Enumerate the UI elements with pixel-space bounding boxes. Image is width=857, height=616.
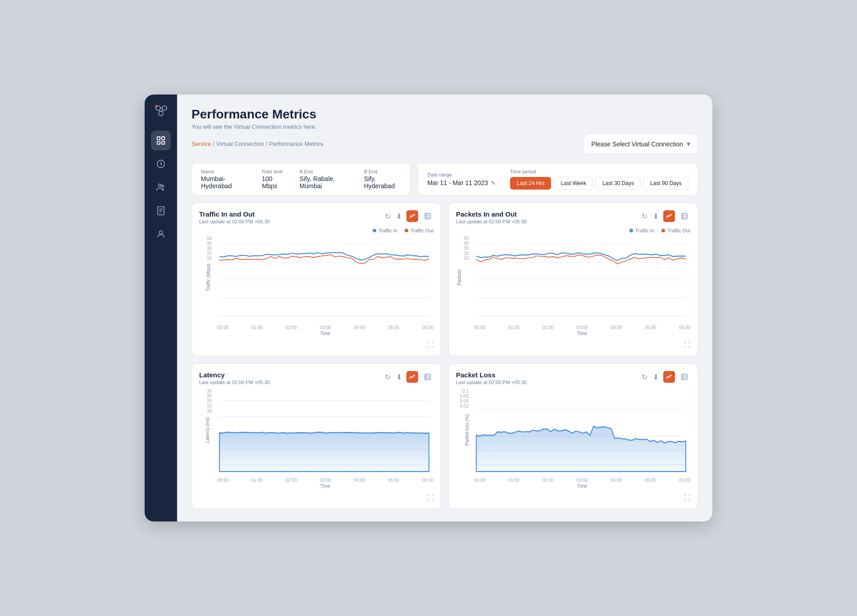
chart-card-packets: Packets In and Out Last update at 02:00 …: [448, 203, 698, 356]
svg-point-6: [155, 105, 158, 108]
svg-rect-9: [157, 141, 160, 144]
svg-rect-46: [682, 374, 687, 380]
download-btn-traffic[interactable]: ⬇: [395, 211, 403, 222]
line-chart-btn-traffic[interactable]: [406, 210, 418, 222]
y-axis-label-latency: Latency (ms): [205, 417, 210, 443]
expand-icon-packets[interactable]: ⛶: [684, 341, 690, 349]
table-btn-packets[interactable]: [679, 210, 690, 222]
chart-wrapper-traffic: Traffic (Mbps) 5040302010 00:0001:0002:0…: [199, 236, 433, 340]
chart-legend-traffic: Traffic In Traffic Out: [199, 228, 433, 233]
svg-point-12: [159, 184, 161, 187]
svg-rect-7: [157, 137, 160, 140]
breadcrumb-virtual-connection: Virtual Connection: [216, 140, 264, 147]
chart-wrapper-latency: Latency (ms) 3025201510 00:0001:0002:000…: [199, 389, 433, 492]
x-axis-packets: 00:0001:0002:0003:0004:0005:0006:00: [474, 323, 690, 330]
sidebar-item-dashboard[interactable]: [151, 131, 171, 150]
line-chart-btn-packet_loss[interactable]: [663, 371, 675, 383]
refresh-btn-packet_loss[interactable]: ↻: [641, 372, 648, 382]
chart-actions-packet_loss: ↻ ⬇: [641, 371, 690, 383]
breadcrumb-sep2: /: [266, 140, 268, 147]
line-chart-btn-packets[interactable]: [663, 210, 675, 222]
virtual-connection-selector[interactable]: Please Select Virtual Connection ▾: [583, 134, 698, 154]
chart-subtitle-latency: Last update at 02:00 PM +05:30: [199, 380, 270, 385]
conn-field-name: Name Mumbai-Hyderabad: [201, 169, 247, 190]
svg-point-18: [159, 231, 162, 234]
chart-wrapper-packets: Packets 5040302010 00:0001:0002:0003:000…: [456, 236, 690, 340]
time-btn-1[interactable]: Last Week: [554, 177, 593, 190]
svg-rect-19: [425, 213, 430, 219]
page-title: Performance Metrics: [191, 107, 698, 122]
conn-field-b-end: B End Sify, Hyderabad: [364, 169, 401, 190]
time-btn-0[interactable]: Last 24 Hrs: [510, 177, 551, 190]
sidebar-item-users[interactable]: [151, 177, 171, 197]
sidebar-item-reports[interactable]: [151, 201, 171, 221]
svg-line-5: [162, 110, 164, 112]
svg-rect-37: [425, 374, 430, 380]
date-range-label: Date range: [427, 172, 496, 177]
expand-icon-packet_loss[interactable]: ⛶: [684, 494, 690, 501]
sidebar-item-history[interactable]: [151, 154, 171, 174]
refresh-btn-packets[interactable]: ↻: [641, 211, 648, 222]
date-range-value: Mar 11 - Mar 11 2023 ✎: [427, 179, 496, 186]
chart-actions-latency: ↻ ⬇: [384, 371, 433, 383]
time-btn-2[interactable]: Last 30 Days: [596, 177, 641, 190]
legend-label: Traffic Out: [410, 228, 433, 233]
svg-point-1: [162, 106, 167, 110]
x-axis-label-latency: Time: [217, 484, 433, 489]
chart-card-traffic: Traffic In and Out Last update at 02:00 …: [191, 203, 441, 356]
sidebar-item-profile[interactable]: [151, 224, 171, 244]
sidebar-navigation: [145, 131, 177, 244]
refresh-btn-latency[interactable]: ↻: [384, 372, 392, 382]
table-btn-packet_loss[interactable]: [679, 371, 690, 383]
app-logo: [152, 102, 170, 120]
line-chart-btn-latency[interactable]: [406, 371, 418, 383]
svg-rect-28: [682, 213, 687, 219]
virtual-connection-label: Please Select Virtual Connection: [591, 140, 683, 148]
chart-header-latency: Latency Last update at 02:00 PM +05:30 ↻…: [199, 371, 433, 385]
main-content: Performance Metrics You will see the Vir…: [177, 95, 712, 521]
breadcrumb-sep1: /: [213, 140, 214, 147]
x-axis-latency: 00:0001:0002:0003:0004:0005:0006:00: [217, 476, 433, 483]
table-btn-traffic[interactable]: [422, 210, 433, 222]
breadcrumb: Service / Virtual Connection / Performan…: [191, 134, 698, 154]
chevron-down-icon: ▾: [687, 140, 690, 148]
x-axis-label-packets: Time: [474, 331, 690, 336]
edit-date-icon[interactable]: ✎: [491, 180, 496, 186]
svg-point-2: [159, 111, 163, 116]
time-period-section: Time period Last 24 HrsLast WeekLast 30 …: [510, 169, 688, 190]
download-btn-latency[interactable]: ⬇: [395, 372, 403, 382]
datetime-card: Date range Mar 11 - Mar 11 2023 ✎ Time p…: [418, 163, 698, 195]
table-btn-latency[interactable]: [422, 371, 433, 383]
chart-card-packet_loss: Packet Loss Last update at 02:00 PM +05:…: [448, 363, 698, 509]
y-axis-label-packet_loss: Packet loss (%): [465, 414, 470, 445]
legend-dot-traffic-in: [629, 229, 633, 232]
chart-wrapper-packet_loss: Packet loss (%) 0.10.060.040.02 00:0001:…: [456, 389, 690, 492]
download-btn-packets[interactable]: ⬇: [652, 211, 660, 222]
chart-header-packets: Packets In and Out Last update at 02:00 …: [456, 210, 690, 224]
expand-icon-traffic[interactable]: ⛶: [427, 341, 433, 349]
connection-info-card: Name Mumbai-HyderabadRate limit 100 Mbps…: [191, 163, 410, 195]
chart-card-latency: Latency Last update at 02:00 PM +05:30 ↻…: [191, 363, 441, 509]
y-axis-label-traffic: Traffic (Mbps): [206, 263, 211, 291]
breadcrumb-current: Performance Metrics: [269, 140, 324, 147]
download-btn-packet_loss[interactable]: ⬇: [652, 372, 660, 382]
sidebar: [145, 95, 177, 521]
expand-icon-latency[interactable]: ⛶: [427, 494, 433, 501]
chart-actions-traffic: ↻ ⬇: [384, 210, 433, 222]
conn-field-rate-limit: Rate limit 100 Mbps: [262, 169, 285, 190]
x-axis-packet_loss: 00:0001:0002:0003:0004:0005:0006:00: [474, 476, 690, 483]
charts-grid: Traffic In and Out Last update at 02:00 …: [191, 203, 698, 509]
svg-point-13: [161, 185, 164, 187]
date-range-section: Date range Mar 11 - Mar 11 2023 ✎: [427, 172, 496, 186]
conn-field-a-end: A End Sify, Rabale, Mumbai: [300, 169, 350, 190]
refresh-btn-traffic[interactable]: ↻: [384, 211, 392, 222]
chart-title-packet_loss: Packet Loss: [456, 371, 527, 379]
breadcrumb-service[interactable]: Service: [191, 140, 211, 147]
time-btn-3[interactable]: Last 90 Days: [643, 177, 688, 190]
legend-label: Traffic In: [635, 228, 654, 233]
y-axis-label-packets: Packets: [457, 269, 462, 285]
legend-label: Traffic Out: [667, 228, 690, 233]
chart-title-traffic: Traffic In and Out: [199, 210, 270, 218]
chart-header-traffic: Traffic In and Out Last update at 02:00 …: [199, 210, 433, 224]
legend-dot-traffic-out: [661, 229, 665, 232]
